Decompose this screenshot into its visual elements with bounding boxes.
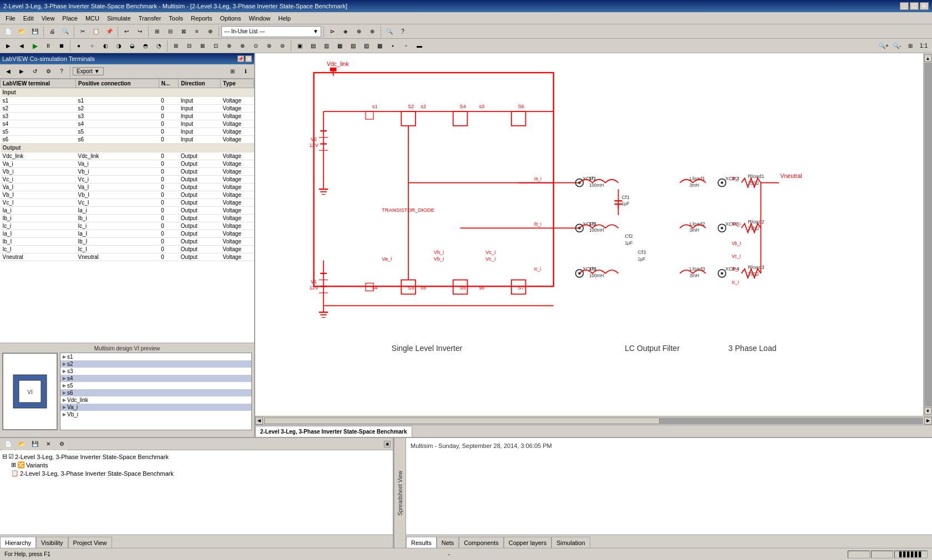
hier-new-btn[interactable]: 📄 bbox=[2, 438, 14, 450]
export-button[interactable]: Export ▼ bbox=[73, 67, 104, 75]
table-row[interactable]: s1s10InputVoltage bbox=[1, 97, 254, 105]
lv-info-btn[interactable]: ℹ bbox=[240, 65, 252, 78]
tab-hierarchy[interactable]: Hierarchy bbox=[0, 537, 36, 548]
paste-button[interactable]: 📌 bbox=[103, 26, 115, 38]
schematic-tab-main[interactable]: 2-Level 3-Leg, 3-Phase Inverter State-Sp… bbox=[255, 426, 412, 437]
tb2-btn-11[interactable]: ⊟ bbox=[183, 40, 195, 52]
table-row[interactable]: Vc_IVc_I0OutputVoltage bbox=[1, 199, 254, 207]
panel-close-btn[interactable]: ✕ bbox=[245, 55, 252, 62]
tb2-view-2[interactable]: ▤ bbox=[307, 40, 319, 52]
terminals-table-container[interactable]: LabVIEW terminal Positive connection N..… bbox=[0, 79, 254, 343]
menu-transfer[interactable]: Transfer bbox=[135, 14, 165, 23]
horizontal-scrollbar[interactable]: ◀ ▶ bbox=[255, 416, 932, 425]
tb2-btn-9[interactable]: ◔ bbox=[153, 40, 165, 52]
new-button[interactable]: 📄 bbox=[2, 26, 14, 38]
table-row[interactable]: s3s30InputVoltage bbox=[1, 113, 254, 120]
tb2-view-7[interactable]: ▩ bbox=[373, 40, 386, 52]
lv-settings-btn[interactable]: ⚙ bbox=[42, 65, 54, 78]
lv-help-btn[interactable]: ? bbox=[55, 65, 68, 78]
help-btn[interactable]: ? bbox=[397, 26, 409, 38]
menu-reports[interactable]: Reports bbox=[188, 14, 216, 23]
print-button[interactable]: 🖨 bbox=[46, 26, 58, 38]
table-row[interactable]: Ib_IIb_I0OutputVoltage bbox=[1, 238, 254, 246]
list-item[interactable]: ▶ s5 bbox=[60, 382, 251, 389]
tb-btn-10[interactable]: ⊳ bbox=[326, 26, 338, 38]
tb2-view-10[interactable]: ▬ bbox=[413, 40, 426, 52]
menu-window[interactable]: Window bbox=[245, 14, 273, 23]
tab-project-view[interactable]: Project View bbox=[68, 537, 112, 548]
tb2-btn-8[interactable]: ◓ bbox=[139, 40, 151, 52]
table-row[interactable]: Vdc_linkVdc_link0OutputVoltage bbox=[1, 152, 254, 160]
menu-simulate[interactable]: Simulate bbox=[104, 14, 134, 23]
table-row[interactable]: Va_IVa_I0OutputVoltage bbox=[1, 184, 254, 191]
table-row[interactable]: Va_iVa_i0OutputVoltage bbox=[1, 160, 254, 168]
scroll-up-btn[interactable]: ▲ bbox=[924, 54, 932, 62]
preview-list[interactable]: ▶ s1 ▶ s2 ▶ s3 ▶ s4 ▶ s5 ▶ s6 ▶ Vdc_link… bbox=[60, 353, 252, 430]
table-row[interactable]: Vc_iVc_i0OutputVoltage bbox=[1, 176, 254, 184]
hier-open-btn[interactable]: 📂 bbox=[16, 438, 28, 450]
tb2-btn-3[interactable]: ● bbox=[73, 40, 85, 52]
panel-pin-btn[interactable]: 📌 bbox=[237, 55, 244, 62]
maximize-button[interactable]: □ bbox=[910, 2, 919, 10]
tb2-btn-2[interactable]: ◀ bbox=[16, 40, 28, 52]
table-row[interactable]: s5s50InputVoltage bbox=[1, 128, 254, 136]
table-row[interactable]: Ia_IIa_I0OutputVoltage bbox=[1, 230, 254, 238]
close-button[interactable]: ✕ bbox=[920, 2, 929, 10]
tb-btn-5[interactable]: ⊞ bbox=[151, 26, 163, 38]
tb2-btn-10[interactable]: ⊞ bbox=[170, 40, 182, 52]
copy-button[interactable]: 📋 bbox=[90, 26, 102, 38]
tb-btn-12[interactable]: ⊕ bbox=[353, 26, 365, 38]
tb2-btn-14[interactable]: ⊕ bbox=[223, 40, 235, 52]
tb2-btn-4[interactable]: ○ bbox=[86, 40, 98, 52]
in-use-list-dropdown[interactable]: --- In-Use List --- ▼ bbox=[221, 26, 321, 37]
table-row[interactable]: Vb_IVb_I0OutputVoltage bbox=[1, 191, 254, 199]
zoom-in-btn[interactable]: 🔍+ bbox=[878, 40, 890, 52]
scroll-left-btn[interactable]: ◀ bbox=[255, 417, 263, 425]
hier-save-btn[interactable]: 💾 bbox=[29, 438, 41, 450]
list-item[interactable]: ▶ Vb_i bbox=[60, 411, 251, 418]
panel-maximize-btn[interactable]: ▣ bbox=[384, 441, 391, 447]
tab-nets[interactable]: Nets bbox=[437, 537, 459, 548]
tab-copper-layers[interactable]: Copper layers bbox=[504, 537, 551, 548]
hierarchy-tree[interactable]: ⊟ ☑ 2-Level 3-Leg, 3-Phase Inverter Stat… bbox=[0, 450, 393, 534]
zoom-100-btn[interactable]: 1:1 bbox=[918, 40, 930, 52]
scroll-right-btn[interactable]: ▶ bbox=[924, 417, 932, 425]
tab-results[interactable]: Results bbox=[406, 537, 437, 548]
menu-edit[interactable]: Edit bbox=[20, 14, 37, 23]
table-row[interactable]: Vb_iVb_i0OutputVoltage bbox=[1, 168, 254, 176]
menu-file[interactable]: File bbox=[2, 14, 19, 23]
tab-components[interactable]: Components bbox=[459, 537, 503, 548]
window-controls[interactable]: _ □ ✕ bbox=[900, 2, 929, 10]
tb2-view-8[interactable]: ▪ bbox=[387, 40, 399, 52]
scroll-down-btn[interactable]: ▼ bbox=[924, 407, 932, 415]
tb2-view-5[interactable]: ▧ bbox=[347, 40, 359, 52]
table-row[interactable]: s6s60InputVoltage bbox=[1, 136, 254, 144]
undo-button[interactable]: ↩ bbox=[120, 26, 133, 38]
tb2-view-1[interactable]: ▣ bbox=[293, 40, 306, 52]
table-row[interactable]: s4s40InputVoltage bbox=[1, 120, 254, 128]
tree-design[interactable]: 📋 2-Level 3-Leg, 3-Phase Inverter State-… bbox=[11, 469, 391, 477]
cut-button[interactable]: ✂ bbox=[77, 26, 89, 38]
table-row[interactable]: VneutralVneutral0OutputVoltage bbox=[1, 253, 254, 261]
list-item[interactable]: ▶ s1 bbox=[60, 353, 251, 360]
tb2-view-3[interactable]: ▥ bbox=[320, 40, 332, 52]
table-row[interactable]: Ic_iIc_i0OutputVoltage bbox=[1, 222, 254, 230]
table-row[interactable]: s2s20InputVoltage bbox=[1, 105, 254, 113]
tb2-btn-16[interactable]: ⊙ bbox=[250, 40, 262, 52]
menu-mcu[interactable]: MCU bbox=[82, 14, 103, 23]
tree-root[interactable]: ⊟ ☑ 2-Level 3-Leg, 3-Phase Inverter Stat… bbox=[2, 452, 391, 461]
tb2-btn-1[interactable]: ▶ bbox=[2, 40, 14, 52]
tb2-stop[interactable]: ⏹ bbox=[55, 40, 68, 52]
open-button[interactable]: 📂 bbox=[16, 26, 28, 38]
lv-fwd-btn[interactable]: ▶ bbox=[16, 65, 28, 78]
tb2-view-9[interactable]: ▫ bbox=[400, 40, 412, 52]
tb-btn-9[interactable]: ⊕ bbox=[204, 26, 216, 38]
menu-help[interactable]: Help bbox=[275, 14, 295, 23]
tb2-btn-15[interactable]: ⊗ bbox=[236, 40, 249, 52]
tb-btn-11[interactable]: ◈ bbox=[340, 26, 352, 38]
list-item[interactable]: ▶ s2 bbox=[60, 360, 251, 368]
table-row[interactable]: Ib_iIb_i0OutputVoltage bbox=[1, 215, 254, 222]
list-item[interactable]: ▶ s6 bbox=[60, 389, 251, 396]
tb2-btn-12[interactable]: ⊠ bbox=[196, 40, 209, 52]
zoom-fit-btn[interactable]: ⊞ bbox=[904, 40, 916, 52]
